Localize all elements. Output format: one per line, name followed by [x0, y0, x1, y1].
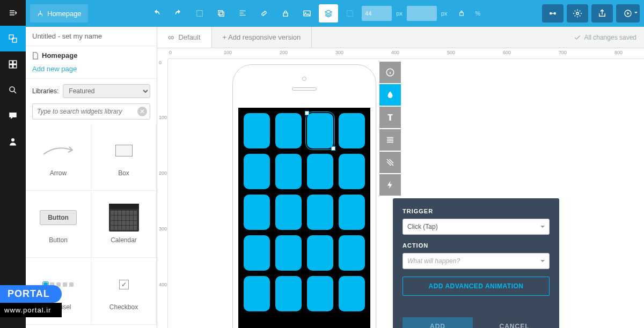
canvas[interactable]: TRIGGER Click (Tap) ACTION What will hap…: [168, 59, 644, 328]
width-unit: px: [394, 10, 405, 17]
sidebar-page-item[interactable]: Homepage: [26, 46, 157, 65]
app-tile[interactable]: [307, 154, 333, 189]
phone-frame: [232, 64, 376, 328]
arrow-icon: [42, 137, 75, 164]
ts-border[interactable]: [379, 129, 401, 151]
widget-checkbox[interactable]: ✓ Checkbox: [91, 258, 157, 325]
widget-arrow[interactable]: Arrow: [26, 124, 91, 191]
height-input[interactable]: [407, 6, 437, 21]
chevron-down-icon: [540, 226, 545, 230]
add-page-link[interactable]: Add new page: [26, 65, 157, 79]
app-tile[interactable]: [339, 235, 365, 271]
app-tile[interactable]: [275, 113, 302, 148]
add-advanced-animation-button[interactable]: ADD ADVANCED ANIMATION: [402, 277, 550, 296]
svg-rect-9: [459, 13, 463, 16]
trigger-select[interactable]: Click (Tap): [402, 219, 550, 235]
rail-comments[interactable]: [0, 103, 26, 129]
app-tile[interactable]: [244, 235, 270, 271]
rail-search[interactable]: [0, 77, 26, 103]
app-tile[interactable]: [244, 113, 270, 148]
copy-button[interactable]: [211, 4, 231, 23]
app-tile[interactable]: [339, 195, 365, 230]
rail-user[interactable]: [0, 129, 26, 154]
action-select[interactable]: What will happen?: [402, 253, 550, 269]
svg-point-11: [553, 12, 556, 15]
cancel-button[interactable]: CANCEL: [479, 317, 550, 328]
left-rail: [0, 0, 26, 328]
phone-screen: [238, 108, 370, 328]
app-tile[interactable]: [275, 235, 302, 271]
app-tile[interactable]: [307, 276, 333, 311]
settings-button[interactable]: [567, 4, 588, 23]
app-tile[interactable]: [339, 276, 365, 311]
app-tile[interactable]: [339, 154, 365, 189]
image-button[interactable]: [297, 4, 317, 23]
layers-button[interactable]: [319, 4, 338, 23]
widget-box[interactable]: Box: [91, 124, 157, 191]
app-tile-selected[interactable]: [307, 113, 333, 148]
watermark: PORTAL www.portal.ir: [0, 285, 62, 317]
tab-default[interactable]: ∞Default: [157, 27, 212, 48]
width-input[interactable]: [362, 6, 392, 21]
sidebar: Untitled - set my name Homepage Add new …: [26, 27, 157, 328]
svg-point-12: [576, 12, 579, 15]
widget-button[interactable]: Button Button: [26, 191, 91, 258]
action-heading: ACTION: [402, 242, 550, 249]
app-tile[interactable]: [244, 154, 270, 189]
infinity-icon: ∞: [168, 33, 174, 42]
undo-button[interactable]: [147, 4, 166, 23]
ts-info[interactable]: [379, 62, 401, 83]
calendar-icon: [108, 204, 140, 231]
tab-add-responsive[interactable]: + Add responsive version: [212, 27, 312, 48]
button-preview: Button: [42, 204, 75, 231]
ts-text[interactable]: [379, 107, 401, 128]
app-tile[interactable]: [275, 276, 302, 311]
project-name[interactable]: Untitled - set my name: [26, 27, 157, 46]
svg-point-10: [550, 12, 552, 15]
topbar: Homepage px px %: [26, 0, 644, 27]
share-button[interactable]: [591, 4, 613, 23]
page-label: Homepage: [42, 51, 77, 59]
libraries-label: Libraries:: [32, 87, 58, 95]
save-status: All changes saved: [566, 27, 644, 48]
link-button[interactable]: [254, 4, 274, 23]
check-icon: [574, 34, 581, 41]
app-tile[interactable]: [244, 195, 270, 230]
aspect-lock-button[interactable]: [452, 4, 471, 23]
ts-interaction[interactable]: [379, 174, 401, 196]
rail-pages[interactable]: [0, 26, 26, 51]
app-tile[interactable]: [275, 154, 302, 189]
box-icon: [108, 137, 140, 164]
rail-components[interactable]: [0, 51, 26, 77]
lock-button[interactable]: [276, 4, 295, 23]
group-button[interactable]: [190, 4, 209, 23]
add-button[interactable]: ADD: [402, 317, 473, 328]
align-button[interactable]: [233, 4, 252, 23]
pct-unit: %: [473, 10, 483, 17]
app-tile[interactable]: [275, 195, 302, 230]
ruler-horizontal: 0 100 200 300 400 500 600 700 800: [168, 48, 644, 59]
ruler-vertical: 0 100 200 300 400: [157, 59, 168, 328]
breadcrumb-page: Homepage: [47, 10, 82, 18]
libraries-select[interactable]: Featured: [63, 84, 150, 98]
svg-point-0: [10, 87, 14, 92]
page-icon: [32, 52, 39, 59]
app-tile[interactable]: [307, 195, 333, 230]
app-tile[interactable]: [307, 235, 333, 271]
widget-calendar[interactable]: Calendar: [91, 191, 157, 258]
clear-search-icon[interactable]: ✕: [137, 107, 147, 116]
widget-search-input[interactable]: [32, 103, 150, 120]
handoff-button[interactable]: [542, 4, 564, 23]
app-tile[interactable]: [244, 276, 270, 311]
ts-shadow[interactable]: [379, 152, 401, 173]
app-tile[interactable]: [339, 113, 365, 148]
redo-button[interactable]: [169, 4, 188, 23]
svg-rect-5: [283, 13, 288, 16]
rail-collapse[interactable]: [0, 0, 26, 26]
ts-fill[interactable]: [379, 84, 401, 106]
breadcrumb[interactable]: Homepage: [30, 4, 88, 23]
preview-button[interactable]: [616, 4, 640, 23]
canvas-area: ∞Default + Add responsive version All ch…: [157, 27, 644, 328]
svg-rect-3: [218, 11, 223, 15]
svg-point-1: [11, 138, 14, 141]
